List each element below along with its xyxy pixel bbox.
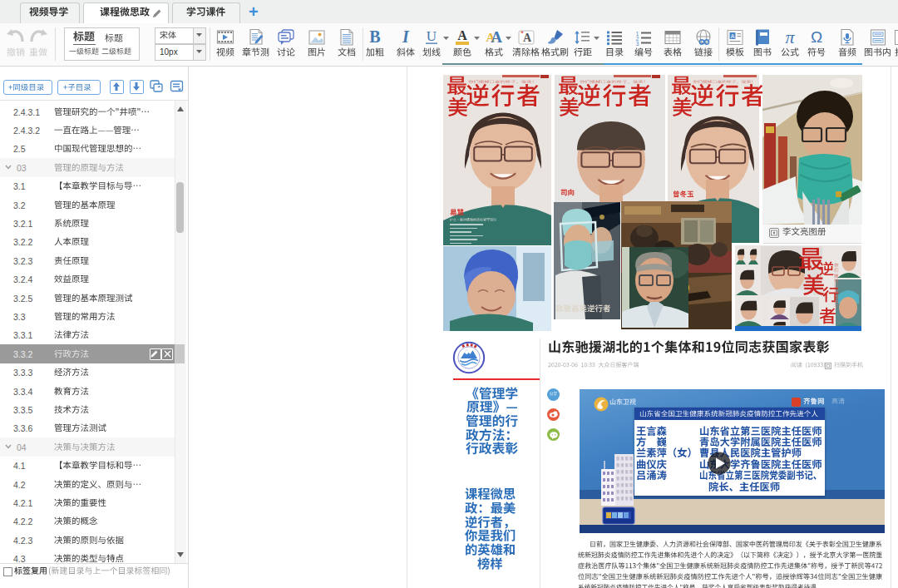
svg-text:B: B: [369, 28, 380, 46]
svg-text:3: 3: [636, 41, 639, 47]
svg-text:A: A: [731, 33, 735, 39]
svg-text:π: π: [785, 28, 795, 47]
svg-text:A: A: [523, 32, 532, 44]
svg-text:A: A: [491, 28, 502, 46]
svg-text:U: U: [427, 28, 437, 44]
svg-text:Ω: Ω: [811, 28, 822, 46]
svg-text:*: *: [521, 29, 524, 37]
svg-text:A: A: [457, 28, 467, 42]
svg-text:I: I: [402, 28, 410, 46]
